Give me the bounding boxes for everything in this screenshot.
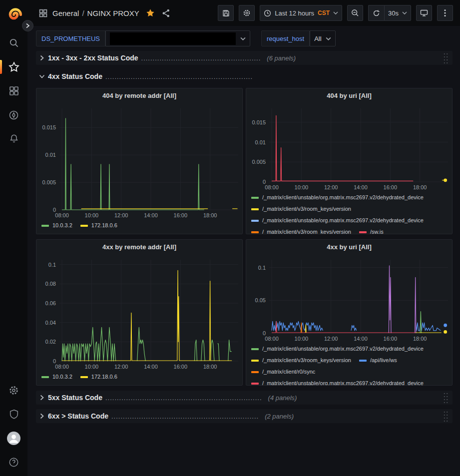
chevron-right-icon xyxy=(40,413,44,419)
breadcrumb-folder[interactable]: General xyxy=(52,9,79,17)
svg-text:0.015: 0.015 xyxy=(42,124,56,130)
svg-text:14:00: 14:00 xyxy=(354,184,368,190)
panel-title[interactable]: 404 by uri [All] xyxy=(246,88,452,102)
legend-item[interactable]: /_matrix/client/unstable/org.matrix.msc2… xyxy=(251,193,424,202)
svg-text:10:00: 10:00 xyxy=(85,212,99,218)
legend-item[interactable]: /_matrix/client/unstable/org.matrix.msc2… xyxy=(251,216,424,225)
legend-item[interactable]: /_matrix/client/unstable/org.matrix.msc2… xyxy=(251,379,424,385)
kebab-icon xyxy=(444,9,446,17)
row-drag-handle[interactable] xyxy=(443,411,449,422)
save-icon xyxy=(222,9,230,17)
svg-text:16:00: 16:00 xyxy=(384,336,398,342)
panel-title[interactable]: 4xx by uri [All] xyxy=(246,240,452,254)
dashboard-grid-icon xyxy=(39,9,47,17)
row-header-6xx[interactable]: 6xx > Status Code ......................… xyxy=(36,409,453,423)
time-series-chart[interactable]: 08:0010:0012:0014:0016:0018:0000.0050.01… xyxy=(246,102,452,192)
share-icon[interactable] xyxy=(162,9,170,17)
avatar xyxy=(7,432,20,445)
legend-item[interactable]: 10.0.3.2 xyxy=(41,221,72,230)
row-panel-count: (6 panels) xyxy=(267,54,296,62)
row-header-1xx-3xx-2xx[interactable]: 1xx - 3xx - 2xx Status Code ............… xyxy=(36,51,453,65)
sidebar-item-server-admin[interactable] xyxy=(0,402,27,426)
grafana-logo[interactable] xyxy=(5,5,22,23)
panel-4xx-by-remote-addr: 4xx by remote addr [All] 08:0010:0012:00… xyxy=(36,239,243,386)
variable-select-request-host[interactable]: All xyxy=(310,30,335,46)
legend-item[interactable]: /_matrix/client/r0/sync xyxy=(251,367,315,377)
legend-item[interactable]: 172.18.0.6 xyxy=(80,221,117,230)
chart-legend: 10.0.3.2172.18.0.6 xyxy=(36,371,242,385)
legend-item[interactable]: /_matrix/client/unstable/org.matrix.msc2… xyxy=(251,344,424,354)
dashboard-content: DS_PROMETHEUS request_host All 1xx - 3xx… xyxy=(27,26,460,476)
chevron-right-icon xyxy=(40,55,44,61)
legend-item[interactable]: /api/live/ws xyxy=(359,356,397,365)
svg-text:0: 0 xyxy=(53,358,56,364)
panel-404-by-remote-addr: 404 by remote addr [All] 08:0010:0012:00… xyxy=(36,88,243,234)
panel-title[interactable]: 4xx by remote addr [All] xyxy=(36,240,242,254)
legend-item[interactable]: 10.0.3.2 xyxy=(41,372,72,382)
legend-item[interactable]: /_matrix/client/v3/room_keys/version xyxy=(251,356,351,365)
time-series-chart[interactable]: 08:0010:0012:0014:0016:0018:0000.020.040… xyxy=(36,254,242,371)
row-drag-handle[interactable] xyxy=(443,392,449,403)
row-title: 1xx - 3xx - 2xx Status Code xyxy=(48,54,138,62)
refresh-button[interactable] xyxy=(368,5,384,21)
refresh-interval-button[interactable]: 30s xyxy=(384,5,411,21)
legend-label: /_matrix/client/v3/room_keys/version xyxy=(262,356,351,365)
dashboard-settings-button[interactable] xyxy=(239,5,255,21)
variable-label-request-host[interactable]: request_host xyxy=(261,30,310,46)
sidebar-item-alerting[interactable] xyxy=(0,127,27,151)
time-series-chart[interactable]: 08:0010:0012:0014:0016:0018:0000.050.1 xyxy=(246,254,452,343)
legend-item[interactable]: /_matrix/client/v3/room_keys/version xyxy=(251,204,351,214)
legend-swatch xyxy=(251,348,259,350)
legend-item[interactable]: 172.18.0.6 xyxy=(80,372,117,382)
variable-select-datasource[interactable] xyxy=(105,30,250,46)
topbar-actions: Last 12 hours CST 30s xyxy=(218,5,453,21)
chart-legend: /_matrix/client/unstable/org.matrix.msc2… xyxy=(246,192,452,234)
row-header-4xx[interactable]: 4xx Status Code ........................… xyxy=(36,69,453,83)
sidebar-item-starred[interactable] xyxy=(0,55,27,79)
svg-text:0.02: 0.02 xyxy=(45,339,56,345)
sidebar-item-search[interactable] xyxy=(0,31,27,55)
row-panel-count: (4 panels) xyxy=(268,394,297,402)
zoom-out-time-button[interactable] xyxy=(347,5,363,21)
svg-text:0.015: 0.015 xyxy=(252,119,266,125)
row-header-5xx[interactable]: 5xx Status Code ........................… xyxy=(36,391,453,405)
legend-swatch xyxy=(41,376,49,378)
sidebar-item-explore[interactable] xyxy=(0,103,27,127)
svg-text:18:00: 18:00 xyxy=(413,184,427,190)
svg-text:0.05: 0.05 xyxy=(255,297,266,303)
save-dashboard-button[interactable] xyxy=(218,5,234,21)
sidebar-item-dashboards[interactable] xyxy=(0,79,27,103)
variables-row: DS_PROMETHEUS request_host All xyxy=(36,29,453,48)
tv-mode-button[interactable] xyxy=(416,5,432,21)
sidebar-item-configuration[interactable] xyxy=(0,378,27,402)
legend-swatch xyxy=(251,383,259,385)
breadcrumb-dashboard-name[interactable]: NGINX PROXY xyxy=(87,9,139,17)
svg-text:0.1: 0.1 xyxy=(48,262,56,268)
legend-item[interactable]: /_matrix/client/v3/room_keys/version xyxy=(251,227,351,234)
legend-label: /_matrix/client/v3/room_keys/version xyxy=(262,227,351,234)
svg-text:10:00: 10:00 xyxy=(85,364,99,370)
sidebar-item-help[interactable] xyxy=(0,450,27,474)
chevron-down-icon xyxy=(240,37,246,40)
chart-legend: 10.0.3.2172.18.0.6 xyxy=(36,220,242,234)
time-series-chart[interactable]: 08:0010:0012:0014:0016:0018:0000.0050.01… xyxy=(36,102,242,220)
chart-legend: /_matrix/client/unstable/org.matrix.msc2… xyxy=(246,343,452,385)
svg-text:18:00: 18:00 xyxy=(203,364,217,370)
sidebar-expand-button[interactable] xyxy=(22,20,33,31)
sidebar-item-profile[interactable] xyxy=(0,426,27,450)
more-options-button[interactable] xyxy=(437,5,453,21)
variable-label-datasource[interactable]: DS_PROMETHEUS xyxy=(36,30,105,46)
svg-text:10:00: 10:00 xyxy=(295,184,309,190)
svg-text:08:00: 08:00 xyxy=(55,212,69,218)
panel-title[interactable]: 404 by remote addr [All] xyxy=(36,88,242,102)
gear-icon xyxy=(8,385,19,396)
chevron-down-icon xyxy=(402,11,407,14)
favorite-star-icon[interactable] xyxy=(146,8,155,17)
breadcrumb[interactable]: General/NGINX PROXY xyxy=(52,9,139,17)
row-drag-handle[interactable] xyxy=(443,52,449,63)
legend-item[interactable]: /sw.js xyxy=(359,227,384,234)
legend-label: /_matrix/client/unstable/org.matrix.msc2… xyxy=(262,344,424,354)
legend-swatch xyxy=(251,371,259,373)
refresh-icon xyxy=(373,9,380,17)
time-range-picker[interactable]: Last 12 hours CST xyxy=(260,5,342,21)
